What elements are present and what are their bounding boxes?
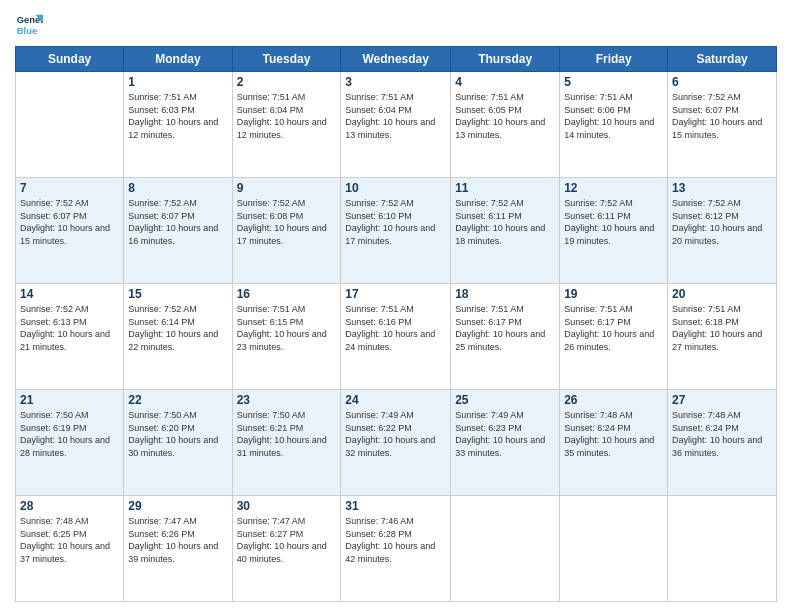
calendar-cell: 17Sunrise: 7:51 AMSunset: 6:16 PMDayligh… bbox=[341, 284, 451, 390]
calendar-cell: 14Sunrise: 7:52 AMSunset: 6:13 PMDayligh… bbox=[16, 284, 124, 390]
calendar-cell: 30Sunrise: 7:47 AMSunset: 6:27 PMDayligh… bbox=[232, 496, 341, 602]
cell-info: Sunrise: 7:52 AMSunset: 6:11 PMDaylight:… bbox=[564, 197, 663, 247]
cell-info: Sunrise: 7:52 AMSunset: 6:11 PMDaylight:… bbox=[455, 197, 555, 247]
calendar-page: General Blue SundayMondayTuesdayWednesda… bbox=[0, 0, 792, 612]
calendar-cell: 6Sunrise: 7:52 AMSunset: 6:07 PMDaylight… bbox=[668, 72, 777, 178]
cell-info: Sunrise: 7:49 AMSunset: 6:22 PMDaylight:… bbox=[345, 409, 446, 459]
calendar-cell: 23Sunrise: 7:50 AMSunset: 6:21 PMDayligh… bbox=[232, 390, 341, 496]
calendar-cell: 13Sunrise: 7:52 AMSunset: 6:12 PMDayligh… bbox=[668, 178, 777, 284]
cell-date: 14 bbox=[20, 287, 119, 301]
cell-info: Sunrise: 7:52 AMSunset: 6:07 PMDaylight:… bbox=[672, 91, 772, 141]
cell-date: 2 bbox=[237, 75, 337, 89]
day-header-monday: Monday bbox=[124, 47, 232, 72]
calendar-table: SundayMondayTuesdayWednesdayThursdayFrid… bbox=[15, 46, 777, 602]
cell-info: Sunrise: 7:50 AMSunset: 6:19 PMDaylight:… bbox=[20, 409, 119, 459]
cell-info: Sunrise: 7:47 AMSunset: 6:27 PMDaylight:… bbox=[237, 515, 337, 565]
cell-info: Sunrise: 7:46 AMSunset: 6:28 PMDaylight:… bbox=[345, 515, 446, 565]
cell-date: 22 bbox=[128, 393, 227, 407]
calendar-cell bbox=[668, 496, 777, 602]
cell-date: 25 bbox=[455, 393, 555, 407]
calendar-cell: 1Sunrise: 7:51 AMSunset: 6:03 PMDaylight… bbox=[124, 72, 232, 178]
cell-date: 15 bbox=[128, 287, 227, 301]
header: General Blue bbox=[15, 10, 777, 38]
cell-info: Sunrise: 7:51 AMSunset: 6:15 PMDaylight:… bbox=[237, 303, 337, 353]
cell-info: Sunrise: 7:48 AMSunset: 6:25 PMDaylight:… bbox=[20, 515, 119, 565]
calendar-cell: 24Sunrise: 7:49 AMSunset: 6:22 PMDayligh… bbox=[341, 390, 451, 496]
cell-info: Sunrise: 7:51 AMSunset: 6:18 PMDaylight:… bbox=[672, 303, 772, 353]
calendar-cell: 2Sunrise: 7:51 AMSunset: 6:04 PMDaylight… bbox=[232, 72, 341, 178]
cell-date: 10 bbox=[345, 181, 446, 195]
cell-date: 26 bbox=[564, 393, 663, 407]
calendar-cell: 9Sunrise: 7:52 AMSunset: 6:08 PMDaylight… bbox=[232, 178, 341, 284]
calendar-cell bbox=[16, 72, 124, 178]
cell-date: 30 bbox=[237, 499, 337, 513]
calendar-cell: 7Sunrise: 7:52 AMSunset: 6:07 PMDaylight… bbox=[16, 178, 124, 284]
calendar-cell bbox=[560, 496, 668, 602]
calendar-cell: 22Sunrise: 7:50 AMSunset: 6:20 PMDayligh… bbox=[124, 390, 232, 496]
cell-date: 3 bbox=[345, 75, 446, 89]
cell-date: 19 bbox=[564, 287, 663, 301]
day-header-sunday: Sunday bbox=[16, 47, 124, 72]
cell-date: 18 bbox=[455, 287, 555, 301]
cell-info: Sunrise: 7:52 AMSunset: 6:07 PMDaylight:… bbox=[20, 197, 119, 247]
cell-date: 1 bbox=[128, 75, 227, 89]
cell-date: 4 bbox=[455, 75, 555, 89]
calendar-cell: 11Sunrise: 7:52 AMSunset: 6:11 PMDayligh… bbox=[451, 178, 560, 284]
calendar-cell: 12Sunrise: 7:52 AMSunset: 6:11 PMDayligh… bbox=[560, 178, 668, 284]
day-header-saturday: Saturday bbox=[668, 47, 777, 72]
cell-date: 6 bbox=[672, 75, 772, 89]
cell-date: 13 bbox=[672, 181, 772, 195]
logo: General Blue bbox=[15, 10, 47, 38]
calendar-cell: 16Sunrise: 7:51 AMSunset: 6:15 PMDayligh… bbox=[232, 284, 341, 390]
cell-info: Sunrise: 7:47 AMSunset: 6:26 PMDaylight:… bbox=[128, 515, 227, 565]
calendar-cell: 21Sunrise: 7:50 AMSunset: 6:19 PMDayligh… bbox=[16, 390, 124, 496]
cell-date: 29 bbox=[128, 499, 227, 513]
cell-info: Sunrise: 7:50 AMSunset: 6:21 PMDaylight:… bbox=[237, 409, 337, 459]
cell-info: Sunrise: 7:48 AMSunset: 6:24 PMDaylight:… bbox=[672, 409, 772, 459]
cell-info: Sunrise: 7:52 AMSunset: 6:08 PMDaylight:… bbox=[237, 197, 337, 247]
calendar-cell: 28Sunrise: 7:48 AMSunset: 6:25 PMDayligh… bbox=[16, 496, 124, 602]
cell-date: 7 bbox=[20, 181, 119, 195]
cell-info: Sunrise: 7:51 AMSunset: 6:05 PMDaylight:… bbox=[455, 91, 555, 141]
calendar-cell: 26Sunrise: 7:48 AMSunset: 6:24 PMDayligh… bbox=[560, 390, 668, 496]
cell-info: Sunrise: 7:52 AMSunset: 6:07 PMDaylight:… bbox=[128, 197, 227, 247]
calendar-cell: 25Sunrise: 7:49 AMSunset: 6:23 PMDayligh… bbox=[451, 390, 560, 496]
calendar-cell: 31Sunrise: 7:46 AMSunset: 6:28 PMDayligh… bbox=[341, 496, 451, 602]
cell-date: 21 bbox=[20, 393, 119, 407]
calendar-cell bbox=[451, 496, 560, 602]
calendar-cell: 4Sunrise: 7:51 AMSunset: 6:05 PMDaylight… bbox=[451, 72, 560, 178]
cell-info: Sunrise: 7:51 AMSunset: 6:04 PMDaylight:… bbox=[237, 91, 337, 141]
cell-date: 9 bbox=[237, 181, 337, 195]
calendar-cell: 29Sunrise: 7:47 AMSunset: 6:26 PMDayligh… bbox=[124, 496, 232, 602]
cell-date: 20 bbox=[672, 287, 772, 301]
day-header-tuesday: Tuesday bbox=[232, 47, 341, 72]
cell-date: 23 bbox=[237, 393, 337, 407]
cell-info: Sunrise: 7:49 AMSunset: 6:23 PMDaylight:… bbox=[455, 409, 555, 459]
calendar-cell: 10Sunrise: 7:52 AMSunset: 6:10 PMDayligh… bbox=[341, 178, 451, 284]
cell-info: Sunrise: 7:51 AMSunset: 6:03 PMDaylight:… bbox=[128, 91, 227, 141]
cell-info: Sunrise: 7:51 AMSunset: 6:04 PMDaylight:… bbox=[345, 91, 446, 141]
calendar-cell: 18Sunrise: 7:51 AMSunset: 6:17 PMDayligh… bbox=[451, 284, 560, 390]
cell-info: Sunrise: 7:51 AMSunset: 6:06 PMDaylight:… bbox=[564, 91, 663, 141]
cell-info: Sunrise: 7:51 AMSunset: 6:16 PMDaylight:… bbox=[345, 303, 446, 353]
cell-info: Sunrise: 7:52 AMSunset: 6:10 PMDaylight:… bbox=[345, 197, 446, 247]
svg-text:Blue: Blue bbox=[17, 26, 37, 36]
cell-date: 28 bbox=[20, 499, 119, 513]
cell-date: 8 bbox=[128, 181, 227, 195]
cell-date: 5 bbox=[564, 75, 663, 89]
day-header-wednesday: Wednesday bbox=[341, 47, 451, 72]
logo-icon: General Blue bbox=[15, 10, 43, 38]
cell-info: Sunrise: 7:51 AMSunset: 6:17 PMDaylight:… bbox=[564, 303, 663, 353]
calendar-cell: 8Sunrise: 7:52 AMSunset: 6:07 PMDaylight… bbox=[124, 178, 232, 284]
cell-date: 24 bbox=[345, 393, 446, 407]
cell-date: 11 bbox=[455, 181, 555, 195]
cell-date: 12 bbox=[564, 181, 663, 195]
calendar-cell: 27Sunrise: 7:48 AMSunset: 6:24 PMDayligh… bbox=[668, 390, 777, 496]
cell-date: 17 bbox=[345, 287, 446, 301]
calendar-cell: 5Sunrise: 7:51 AMSunset: 6:06 PMDaylight… bbox=[560, 72, 668, 178]
cell-info: Sunrise: 7:52 AMSunset: 6:12 PMDaylight:… bbox=[672, 197, 772, 247]
cell-date: 16 bbox=[237, 287, 337, 301]
cell-info: Sunrise: 7:48 AMSunset: 6:24 PMDaylight:… bbox=[564, 409, 663, 459]
calendar-cell: 19Sunrise: 7:51 AMSunset: 6:17 PMDayligh… bbox=[560, 284, 668, 390]
cell-info: Sunrise: 7:51 AMSunset: 6:17 PMDaylight:… bbox=[455, 303, 555, 353]
